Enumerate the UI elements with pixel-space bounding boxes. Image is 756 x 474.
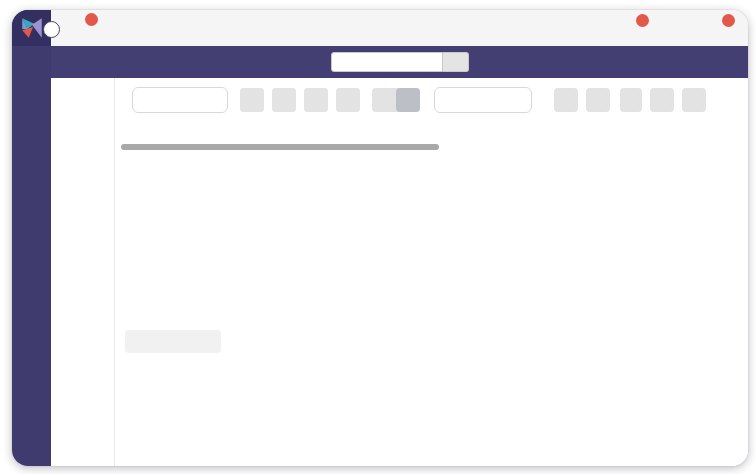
download-button[interactable] bbox=[682, 88, 706, 112]
collapse-sidebar-button[interactable] bbox=[43, 21, 60, 38]
help-button[interactable] bbox=[650, 88, 674, 112]
app-window bbox=[12, 10, 748, 466]
toolbar bbox=[125, 87, 716, 113]
download-icon bbox=[688, 94, 701, 107]
hierarchy-button[interactable] bbox=[554, 88, 578, 112]
screen bbox=[0, 0, 756, 474]
results-table-container bbox=[121, 140, 439, 150]
view-toggle-group bbox=[372, 88, 420, 112]
user-view-button[interactable] bbox=[396, 88, 420, 112]
location-count-badge bbox=[85, 13, 98, 26]
header-band bbox=[51, 46, 748, 78]
sort-button[interactable] bbox=[336, 88, 360, 112]
measure-select[interactable] bbox=[434, 87, 532, 113]
location-selector[interactable] bbox=[75, 19, 90, 38]
chevron-right-icon bbox=[47, 25, 57, 35]
filter-button[interactable] bbox=[586, 88, 610, 112]
rows-per-page-select[interactable] bbox=[517, 334, 533, 344]
previous-page-button[interactable] bbox=[125, 330, 221, 353]
horizontal-scrollbar[interactable] bbox=[121, 144, 439, 150]
aggregation-select[interactable] bbox=[132, 87, 228, 113]
person-icon bbox=[402, 94, 415, 107]
save-icon bbox=[246, 94, 259, 107]
workbench-badge bbox=[636, 14, 649, 27]
search-submit-button[interactable] bbox=[443, 52, 469, 72]
table-icon bbox=[310, 94, 323, 107]
units-button[interactable] bbox=[620, 88, 642, 112]
workbench-button[interactable] bbox=[627, 20, 646, 36]
screen-view-button[interactable] bbox=[372, 88, 396, 112]
chevron-down-icon bbox=[523, 334, 533, 344]
save-button[interactable] bbox=[240, 88, 264, 112]
delete-button[interactable] bbox=[272, 88, 296, 112]
trash-icon bbox=[278, 94, 291, 107]
sitemap-icon bbox=[560, 94, 573, 107]
alerts-button[interactable] bbox=[713, 20, 732, 36]
top-bar bbox=[51, 10, 748, 46]
sidebar bbox=[51, 78, 115, 466]
main-content bbox=[115, 78, 748, 466]
swap-icon bbox=[427, 121, 443, 137]
alerts-badge bbox=[722, 14, 735, 27]
table-view-button[interactable] bbox=[304, 88, 328, 112]
bar-chart bbox=[443, 138, 748, 316]
sort-icon bbox=[342, 94, 355, 107]
chevron-down-icon bbox=[513, 95, 523, 105]
chevron-down-icon bbox=[209, 95, 219, 105]
search-icon[interactable] bbox=[588, 21, 603, 36]
swap-panels-button[interactable] bbox=[427, 121, 443, 141]
icon-rail bbox=[12, 10, 51, 466]
logo-mark bbox=[19, 15, 45, 41]
cart-icon bbox=[670, 20, 684, 34]
pagination-row bbox=[497, 334, 533, 344]
search-icon bbox=[449, 56, 461, 68]
filter-icon bbox=[592, 94, 605, 107]
pending-orders-button[interactable] bbox=[670, 20, 689, 36]
help-icon bbox=[656, 94, 669, 107]
search-input[interactable] bbox=[331, 52, 443, 72]
monitor-icon bbox=[378, 94, 391, 107]
